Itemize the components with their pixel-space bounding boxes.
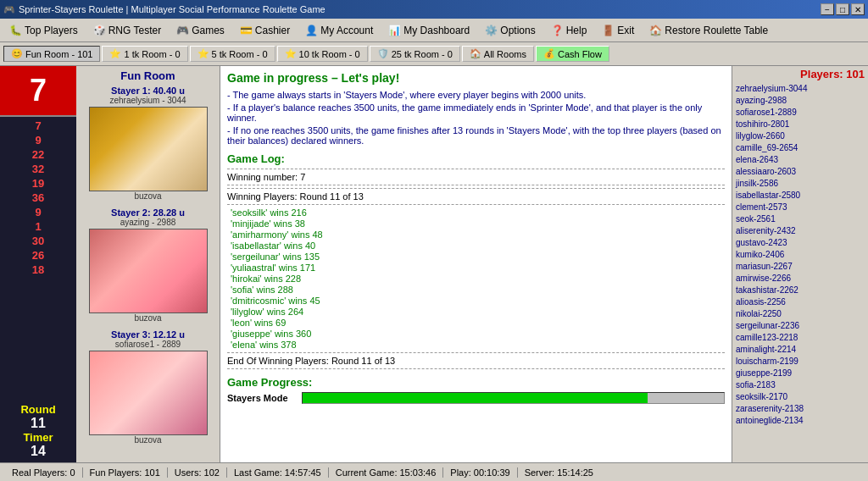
player-list-item[interactable]: gustavo-2423 xyxy=(736,237,865,249)
restore-label: Restore Roulette Table xyxy=(665,25,768,36)
roulette-number: 22 xyxy=(2,147,75,162)
close-button[interactable]: ✕ xyxy=(851,3,865,15)
status-item-3: Last Game: 14:57:45 xyxy=(227,467,329,478)
player-list-item[interactable]: camille_69-2654 xyxy=(736,142,865,154)
player2-label: Stayer 2: 28.28 u xyxy=(80,207,216,218)
roulette-number: 1 xyxy=(2,219,75,234)
room-label-1tk: 1 tk Room - 0 xyxy=(124,49,180,59)
player-list-item[interactable]: sofia-2183 xyxy=(736,379,865,391)
player-list-item[interactable]: seok-2561 xyxy=(736,213,865,225)
room-btn-1tk[interactable]: ⭐1 tk Room - 0 xyxy=(102,46,187,62)
player-list-item[interactable]: aminalight-2214 xyxy=(736,344,865,356)
menu-item-rng-tester[interactable]: 🎲RNG Tester xyxy=(86,21,169,40)
menu-item-help[interactable]: ❓Help xyxy=(543,21,595,40)
player1-label: Stayer 1: 40.40 u xyxy=(80,86,216,96)
player-list-item[interactable]: zehraelysium-3044 xyxy=(736,83,865,95)
player-list-item[interactable]: alessiaaro-2603 xyxy=(736,166,865,178)
player-list-item[interactable]: kumiko-2406 xyxy=(736,249,865,261)
room-btn-5tk[interactable]: ⭐5 tk Room - 0 xyxy=(190,46,275,62)
player-list-item[interactable]: elena-2643 xyxy=(736,154,865,166)
player-list-item[interactable]: sergeilunar-2236 xyxy=(736,320,865,332)
player-list-item[interactable]: nikolai-2250 xyxy=(736,308,865,320)
dashboard-label: My Dashboard xyxy=(403,25,470,36)
options-icon: ⚙️ xyxy=(485,25,498,36)
room-label-10tk: 10 tk Room - 0 xyxy=(299,49,360,59)
room-icon-1tk: ⭐ xyxy=(109,48,121,59)
options-label: Options xyxy=(500,25,535,36)
main-content: 7 792232193691302618 Round 11 Timer 14 F… xyxy=(0,66,868,462)
player-list-item[interactable]: giuseppe-2199 xyxy=(736,368,865,379)
roulette-number: 19 xyxy=(2,176,75,191)
player3-label: Stayer 3: 12.12 u xyxy=(80,329,216,340)
game-info-line: - If a player's balance reaches 3500 uni… xyxy=(227,102,725,123)
roulette-number: 30 xyxy=(2,234,75,248)
menu-item-account[interactable]: 👤My Account xyxy=(298,21,381,40)
game-info-line: - The game always starts in 'Stayers Mod… xyxy=(227,90,725,100)
roulette-number: 9 xyxy=(2,205,75,219)
player2-avatar xyxy=(89,229,208,313)
player-list-item[interactable]: amirwise-2266 xyxy=(736,273,865,285)
player-list-item[interactable]: lilyglow-2660 xyxy=(736,130,865,142)
room-btn-10tk[interactable]: ⭐10 tk Room - 0 xyxy=(277,46,368,62)
player3-avatar xyxy=(89,351,208,435)
win-entry: 'dmitricosmic' wins 45 xyxy=(227,296,725,306)
player-list-item[interactable]: antoineglide-2134 xyxy=(736,415,865,427)
cashflow-label: Cash Flow xyxy=(558,49,602,59)
menu-item-options[interactable]: ⚙️Options xyxy=(477,21,542,40)
menu-item-dashboard[interactable]: 📊My Dashboard xyxy=(381,21,477,40)
player-list-item[interactable]: isabellastar-2580 xyxy=(736,190,865,202)
right-panel: Players: 101 zehraelysium-3044ayazing-29… xyxy=(732,66,868,462)
status-item-4: Current Game: 15:03:46 xyxy=(329,467,444,478)
player-list-item[interactable]: aliserenity-2432 xyxy=(736,225,865,237)
player-list-item[interactable]: seoksilk-2170 xyxy=(736,391,865,403)
room-title: Fun Room xyxy=(80,69,216,82)
current-number: 7 xyxy=(0,66,76,117)
room-btn-fun[interactable]: 😊Fun Room - 101 xyxy=(3,46,100,62)
timer-value: 14 xyxy=(3,444,73,459)
player-entry-3: Stayer 3: 12.12 u sofiarose1 - 2889 buzo… xyxy=(80,329,216,445)
players-count: Players: 101 xyxy=(736,68,865,80)
win-entry: 'leon' wins 69 xyxy=(227,318,725,328)
cashier-label: Cashier xyxy=(255,25,290,36)
room-btn-all[interactable]: 🏠All Rooms xyxy=(462,46,534,62)
minimize-button[interactable]: − xyxy=(821,3,834,15)
player1-name: zehraelysium - 3044 xyxy=(80,96,216,105)
player-list-item[interactable]: alioasis-2256 xyxy=(736,296,865,308)
player-list-item[interactable]: ayazing-2988 xyxy=(736,95,865,107)
progress-title: Game Progress: xyxy=(227,376,725,389)
player-list-item[interactable]: zaraserenity-2138 xyxy=(736,403,865,415)
status-item-2: Users: 102 xyxy=(168,467,227,478)
player-entry-2: Stayer 2: 28.28 u ayazing - 2988 buzova xyxy=(80,207,216,323)
round-value: 11 xyxy=(3,416,73,431)
player-list-item[interactable]: louischarm-2199 xyxy=(736,356,865,368)
menu-item-top-players[interactable]: 🐛Top Players xyxy=(2,21,86,40)
player-list-item[interactable]: camille123-2218 xyxy=(736,332,865,344)
room-btn-25tk[interactable]: 🛡️25 tk Room - 0 xyxy=(370,46,460,62)
maximize-button[interactable]: □ xyxy=(836,3,849,15)
player2-avatar-img xyxy=(90,229,207,312)
player-list-item[interactable]: jinsilk-2586 xyxy=(736,178,865,190)
menu-item-restore[interactable]: 🏠Restore Roulette Table xyxy=(642,21,776,40)
player-list-item[interactable]: mariasun-2267 xyxy=(736,261,865,273)
roulette-number: 18 xyxy=(2,263,75,277)
menubar: 🐛Top Players🎲RNG Tester🎮Games💳Cashier👤My… xyxy=(0,19,868,42)
mode-label: Stayers Mode xyxy=(227,393,288,403)
player-list-item[interactable]: sofiarose1-2889 xyxy=(736,107,865,119)
status-item-5: Play: 00:10:39 xyxy=(443,467,517,478)
menu-item-games[interactable]: 🎮Games xyxy=(169,21,232,40)
game-info-line: - If no one reaches 3500 units, the game… xyxy=(227,125,725,146)
player-list-item[interactable]: clement-2573 xyxy=(736,202,865,213)
player-list-item[interactable]: toshihiro-2801 xyxy=(736,119,865,130)
timer-label: Timer xyxy=(3,431,73,444)
top-players-label: Top Players xyxy=(25,25,78,36)
player-list-item[interactable]: takashistar-2262 xyxy=(736,285,865,296)
menu-item-cashier[interactable]: 💳Cashier xyxy=(232,21,298,40)
player3-avatar-img xyxy=(90,351,207,434)
rng-tester-icon: 🎲 xyxy=(93,25,106,36)
room-icon-10tk: ⭐ xyxy=(285,48,297,59)
menu-item-exit[interactable]: 🚪Exit xyxy=(594,21,642,40)
number-list: 792232193691302618 xyxy=(0,117,76,400)
cashflow-button[interactable]: 💰Cash Flow xyxy=(536,46,609,62)
statusbar: Real Players: 0Fun Players: 101Users: 10… xyxy=(0,462,868,481)
end-winning-label: End Of Winning Players: Round 11 of 13 xyxy=(227,356,725,366)
